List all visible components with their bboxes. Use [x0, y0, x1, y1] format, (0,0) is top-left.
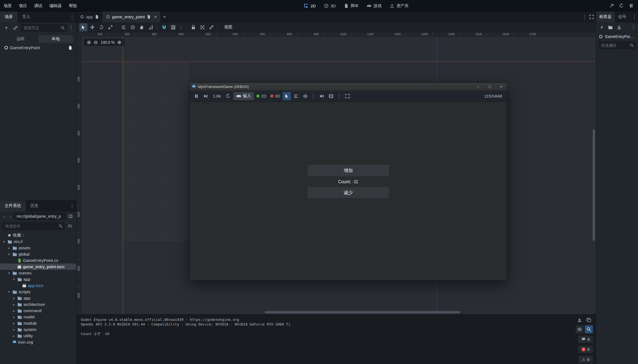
expand-arrow[interactable]: ▸: [12, 315, 16, 319]
increase-button[interactable]: 增加: [307, 164, 389, 177]
scrollbar-thumb[interactable]: [593, 129, 595, 241]
viewport-2d[interactable]: ⊛ ⊖ 100.0 % ⊕ MyGFrameworkGame (DEBUG) –…: [81, 37, 596, 314]
load-resource-button[interactable]: [606, 23, 615, 31]
fs-item-global[interactable]: ▾global: [0, 251, 76, 257]
restart-button[interactable]: [617, 2, 625, 10]
select-mode-button[interactable]: [283, 92, 291, 100]
fs-item-utility[interactable]: ▸utility: [0, 333, 76, 339]
camera-override-button[interactable]: [327, 92, 335, 100]
workspace-assetlib[interactable]: 资产库: [386, 2, 412, 10]
embed-fullscreen-button[interactable]: [343, 92, 352, 100]
zoom-in-button[interactable]: ⊕: [117, 40, 122, 45]
center-view-icon[interactable]: ⊛: [87, 40, 91, 45]
resource-options-icon[interactable]: ⋮: [630, 24, 636, 30]
fs-item-command[interactable]: ▸command: [0, 307, 76, 314]
distraction-free-icon[interactable]: [587, 13, 596, 21]
expand-arrow[interactable]: ▸: [12, 296, 16, 300]
scene-tab-game-entry-point[interactable]: game_entry_point ×: [102, 11, 160, 22]
expand-arrow[interactable]: ▸: [12, 309, 16, 313]
attached-script-icon[interactable]: [68, 46, 72, 50]
input-mode-button[interactable]: 输入: [233, 92, 254, 100]
output-save-button[interactable]: [575, 316, 584, 324]
output-search-button[interactable]: [585, 325, 593, 333]
reset-speed-button[interactable]: [224, 92, 232, 100]
pivot-tool[interactable]: [129, 23, 137, 31]
output-filter-button[interactable]: [575, 325, 584, 333]
zoom-out-button[interactable]: ⊖: [94, 40, 98, 45]
fs-item-scripts[interactable]: ▾scripts: [0, 289, 76, 295]
scene-node-gameentrypoint[interactable]: GameEntryPoint: [0, 45, 76, 51]
expand-arrow[interactable]: ▾: [12, 277, 16, 281]
game-window-titlebar[interactable]: MyGFrameworkGame (DEBUG) – □ ×: [190, 83, 507, 90]
scene-dock-menu-icon[interactable]: ⋮: [69, 14, 75, 20]
rotate-tool[interactable]: [97, 23, 105, 31]
expand-arrow[interactable]: ▸: [12, 334, 16, 338]
inspector-menu-icon[interactable]: ⋮: [631, 14, 637, 20]
view-menu[interactable]: 视图: [221, 23, 236, 31]
camera-2d-button[interactable]: 2D: [255, 92, 268, 100]
expand-arrow[interactable]: ▾: [7, 271, 11, 275]
skeleton-button[interactable]: [207, 23, 215, 31]
workspace-script[interactable]: 脚本: [340, 2, 362, 10]
speed-label[interactable]: 1.0x: [211, 94, 223, 98]
group-button[interactable]: [198, 23, 206, 31]
errors-badge[interactable]: ×0: [578, 346, 593, 353]
expand-arrow[interactable]: ▸: [12, 303, 16, 306]
scene-tab-app[interactable]: app: [76, 11, 102, 22]
lock-button[interactable]: [189, 23, 197, 31]
fs-sort-icon[interactable]: [66, 222, 74, 230]
add-node-button[interactable]: +: [2, 24, 10, 32]
history-back-button[interactable]: [598, 23, 606, 31]
camera-3d-button[interactable]: 3D: [269, 92, 282, 100]
fs-item-system[interactable]: ▸system: [0, 326, 76, 333]
inspected-node[interactable]: GameEntryPoint...: [596, 32, 638, 41]
fs-item-module[interactable]: ▸module: [0, 320, 76, 326]
fs-dock-menu-icon[interactable]: ⋮: [69, 203, 75, 209]
remote-tab[interactable]: 远程: [3, 35, 38, 43]
fs-item-game-entry-point-tscn[interactable]: game_entry_point.tscn: [0, 264, 76, 270]
tab-inspector[interactable]: 检查器: [596, 11, 615, 22]
fs-split-view-icon[interactable]: [66, 212, 75, 220]
menu-project[interactable]: 项目: [15, 0, 31, 11]
fs-item-gameentrypoint-cs[interactable]: GameEntryPoint.cs: [0, 257, 76, 264]
save-resource-button[interactable]: [615, 23, 623, 31]
tab-scene[interactable]: 场景: [0, 11, 17, 22]
tab-filesystem[interactable]: 文件系统: [0, 200, 26, 211]
local-tab[interactable]: 本地: [39, 35, 73, 43]
zoom-level[interactable]: 100.0 %: [101, 40, 114, 45]
visibility-button[interactable]: [301, 92, 309, 100]
debug-messages-badge[interactable]: 4: [578, 336, 593, 343]
decrease-button[interactable]: 减少: [307, 187, 389, 199]
fs-item-assets[interactable]: ▸assets: [0, 245, 76, 251]
workspace-2d[interactable]: 2D: [300, 2, 319, 10]
expand-arrow[interactable]: ▾: [7, 290, 11, 294]
snap-options-icon[interactable]: ⋮: [178, 24, 184, 30]
ruler-tool[interactable]: [147, 23, 155, 31]
filter-nodes-input[interactable]: [21, 24, 67, 32]
menu-help[interactable]: 帮助: [65, 0, 81, 11]
scrollbar-thumb[interactable]: [265, 311, 460, 313]
workspace-3d[interactable]: 3D: [320, 2, 339, 10]
scale-tool[interactable]: [106, 23, 114, 31]
expand-arrow[interactable]: ▾: [7, 252, 11, 256]
close-tab-icon[interactable]: ×: [154, 14, 157, 20]
pause-button[interactable]: [627, 2, 635, 10]
fs-forward-button[interactable]: ›: [8, 212, 13, 220]
fs-item-scenes[interactable]: ▾scenes: [0, 270, 76, 276]
fs-item-icon-svg[interactable]: icon.svg: [0, 339, 76, 345]
pan-tool[interactable]: [138, 23, 146, 31]
move-tool[interactable]: [88, 23, 96, 31]
new-scene-tab-button[interactable]: +: [160, 13, 169, 21]
select-tool[interactable]: [79, 23, 87, 31]
vertical-scrollbar[interactable]: [593, 37, 595, 310]
suspend-button[interactable]: [192, 92, 200, 100]
list-select-button[interactable]: [292, 92, 300, 100]
fs-item-scripts-app[interactable]: ▸app: [0, 295, 76, 301]
tab-history[interactable]: 历史: [26, 200, 43, 211]
grid-snap-toggle[interactable]: [169, 23, 177, 31]
fs-item-architecture[interactable]: ▸architecture: [0, 301, 76, 307]
minimize-button[interactable]: –: [472, 83, 484, 90]
fs-item-scenes-app[interactable]: ▾app: [0, 276, 76, 282]
maximize-button[interactable]: □: [484, 83, 495, 90]
expand-arrow[interactable]: ▸: [12, 321, 16, 325]
